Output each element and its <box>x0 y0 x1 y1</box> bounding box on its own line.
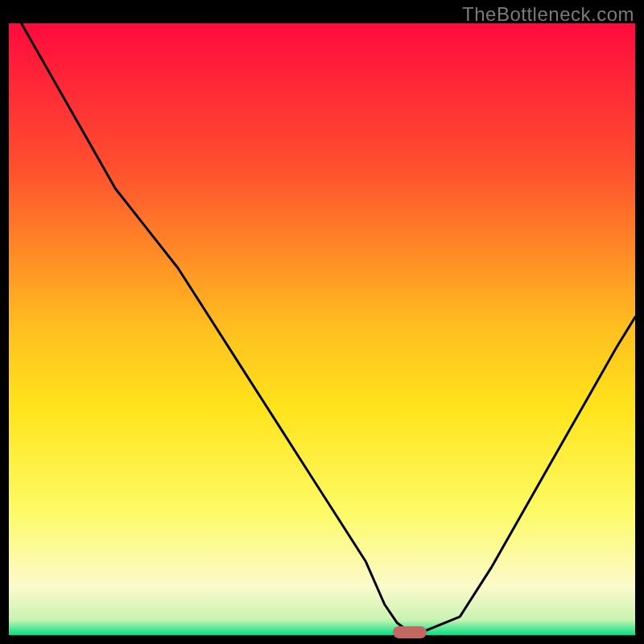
chart-frame <box>9 23 635 635</box>
bottleneck-chart <box>9 23 635 635</box>
watermark-text: TheBottleneck.com <box>462 3 634 26</box>
gradient-background <box>9 23 635 635</box>
